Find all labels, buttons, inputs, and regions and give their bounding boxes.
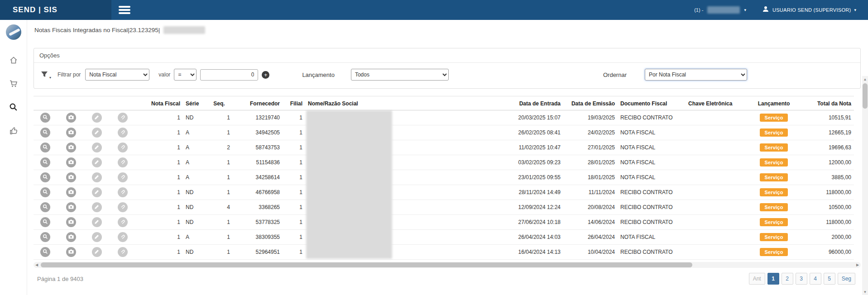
cell-fornecedor: 46766958 xyxy=(233,185,283,200)
vertical-scrollbar-thumb[interactable] xyxy=(863,83,868,109)
sidebar xyxy=(0,20,27,295)
cell-nota-fiscal: 1 xyxy=(142,155,183,170)
vertical-scrollbar[interactable]: ▲ ▼ xyxy=(862,76,868,295)
cell-data-entrada: 16/04/2024 14:13 xyxy=(504,245,563,260)
row-media-button[interactable] xyxy=(66,128,76,138)
pagination-next-button[interactable]: Seg xyxy=(838,273,855,285)
row-edit-button[interactable] xyxy=(92,187,102,197)
row-media-button[interactable] xyxy=(66,172,76,182)
horizontal-scrollbar-thumb[interactable] xyxy=(41,262,692,267)
sidebar-item-purchases[interactable] xyxy=(7,78,20,90)
row-edit-button[interactable] xyxy=(92,202,102,212)
row-edit-button[interactable] xyxy=(92,143,102,152)
row-edit-button[interactable] xyxy=(92,232,102,242)
cell-filial: 1 xyxy=(283,170,305,185)
scroll-up-arrow-icon[interactable]: ▲ xyxy=(862,76,868,82)
column-header-fornecedor: Fornecedor xyxy=(233,96,283,110)
pencil-icon xyxy=(94,219,100,226)
row-view-button[interactable] xyxy=(40,232,50,242)
sidebar-item-home[interactable] xyxy=(7,54,20,67)
row-edit-button[interactable] xyxy=(92,113,102,123)
row-attach-button[interactable] xyxy=(118,128,128,138)
operator-select[interactable]: = xyxy=(174,69,197,81)
pagination-page-5[interactable]: 5 xyxy=(824,273,835,285)
filter-row: ▾ Filtrar por Nota Fiscal valor = + Lanç… xyxy=(34,63,860,88)
row-view-button[interactable] xyxy=(40,217,50,227)
pencil-icon xyxy=(94,248,100,256)
row-media-button[interactable] xyxy=(66,232,76,242)
pagination-page-4[interactable]: 4 xyxy=(810,273,821,285)
scroll-down-arrow-icon[interactable]: ▼ xyxy=(862,289,868,295)
row-view-button[interactable] xyxy=(40,128,50,138)
pagination-page-1[interactable]: 1 xyxy=(767,273,779,285)
thumbs-up-icon xyxy=(9,126,18,137)
redacted-company-selector[interactable] xyxy=(707,6,740,14)
row-media-button[interactable] xyxy=(66,143,76,152)
filter-value-input[interactable] xyxy=(200,69,258,81)
cell-filial: 1 xyxy=(283,125,305,140)
horizontal-scrollbar[interactable]: ◀ ▶ xyxy=(34,262,861,268)
pagination-page-2[interactable]: 2 xyxy=(782,273,793,285)
cell-serie: A xyxy=(183,155,206,170)
user-menu[interactable]: USUARIO SEND (SUPERVISOR) ▾ xyxy=(762,5,856,14)
row-view-button[interactable] xyxy=(40,247,50,257)
row-view-button[interactable] xyxy=(40,113,50,123)
camera-icon xyxy=(68,189,74,196)
row-edit-button[interactable] xyxy=(92,157,102,167)
row-attach-button[interactable] xyxy=(118,247,128,257)
row-edit-button[interactable] xyxy=(92,247,102,257)
column-header-data-emissao: Data de Emissão xyxy=(563,96,618,110)
row-attach-button[interactable] xyxy=(118,172,128,182)
cell-seq: 1 xyxy=(206,110,233,125)
cell-data-entrada: 11/02/2025 10:47 xyxy=(504,140,563,155)
lancamento-badge: Serviço xyxy=(760,188,787,196)
row-attach-button[interactable] xyxy=(118,157,128,167)
row-view-button[interactable] xyxy=(40,172,50,182)
sidebar-item-search[interactable] xyxy=(7,101,20,114)
row-view-button[interactable] xyxy=(40,187,50,197)
scroll-right-arrow-icon[interactable]: ▶ xyxy=(854,262,861,268)
lancamento-badge: Serviço xyxy=(760,173,787,181)
cell-nome-razao-social: TDA xyxy=(305,140,504,155)
row-edit-button[interactable] xyxy=(92,217,102,227)
sidebar-item-approvals[interactable] xyxy=(7,125,20,138)
row-media-button[interactable] xyxy=(66,187,76,197)
cell-filial: 1 xyxy=(283,110,305,125)
scroll-left-arrow-icon[interactable]: ◀ xyxy=(34,262,40,268)
row-view-button[interactable] xyxy=(40,143,50,152)
add-filter-button[interactable]: + xyxy=(262,71,269,79)
pagination: Ant 1 2 3 4 5 Seg xyxy=(749,273,855,285)
filter-menu-button[interactable]: ▾ xyxy=(40,70,51,80)
row-edit-button[interactable] xyxy=(92,128,102,138)
row-media-button[interactable] xyxy=(66,113,76,123)
row-view-button[interactable] xyxy=(40,157,50,167)
row-attach-button[interactable] xyxy=(118,232,128,242)
search-icon xyxy=(42,114,48,122)
cell-total-da-nota: 118000,00 xyxy=(799,215,854,230)
row-attach-button[interactable] xyxy=(118,113,128,123)
row-attach-button[interactable] xyxy=(118,202,128,212)
ordenar-select[interactable]: Por Nota Fiscal xyxy=(645,69,747,81)
row-attach-button[interactable] xyxy=(118,187,128,197)
row-media-button[interactable] xyxy=(66,247,76,257)
row-view-button[interactable] xyxy=(40,202,50,212)
brand-block: SEND | SIS xyxy=(0,0,111,20)
search-icon xyxy=(42,233,48,241)
pagination-previous-button[interactable]: Ant xyxy=(749,273,765,285)
cell-chave-eletronica xyxy=(686,215,749,230)
cell-serie: ND xyxy=(183,185,206,200)
cell-fornecedor: 34258614 xyxy=(233,170,283,185)
row-media-button[interactable] xyxy=(66,157,76,167)
row-attach-button[interactable] xyxy=(118,143,128,152)
menu-button[interactable] xyxy=(119,5,132,15)
row-media-button[interactable] xyxy=(66,217,76,227)
row-attach-button[interactable] xyxy=(118,217,128,227)
lancamento-select[interactable]: Todos xyxy=(351,69,449,81)
pencil-icon xyxy=(94,189,100,196)
filter-field-select[interactable]: Nota Fiscal xyxy=(85,69,149,81)
row-media-button[interactable] xyxy=(66,202,76,212)
search-icon xyxy=(42,129,48,137)
chevron-down-icon[interactable]: ▾ xyxy=(744,8,746,12)
pagination-page-3[interactable]: 3 xyxy=(796,273,807,285)
row-edit-button[interactable] xyxy=(92,172,102,182)
